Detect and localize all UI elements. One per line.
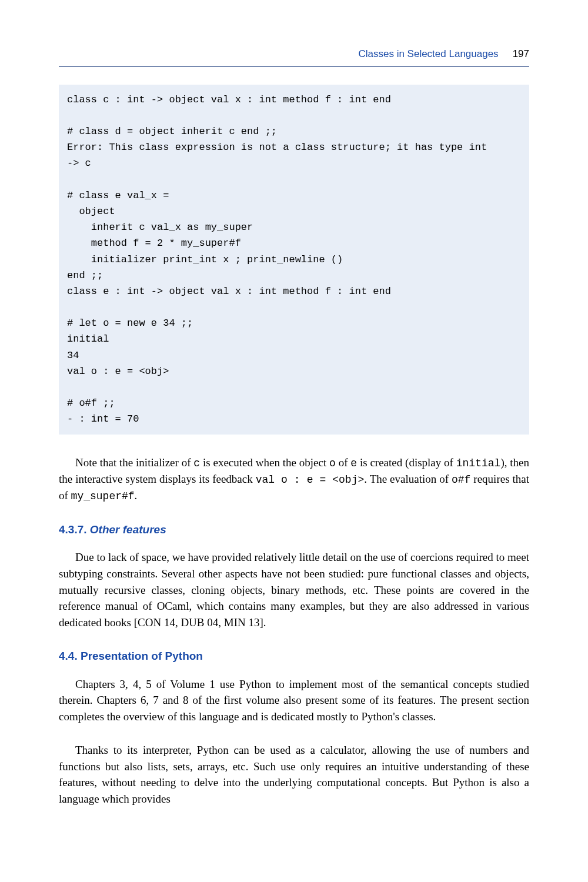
inline-code: e (350, 457, 357, 469)
code-listing: class c : int -> object val x : int meth… (59, 85, 529, 435)
paragraph-python-chapters: Chapters 3, 4, 5 of Volume 1 use Python … (59, 676, 529, 725)
section-heading-44: 4.4. Presentation of Python (59, 648, 529, 664)
inline-code: o (329, 457, 336, 469)
text: is executed when the object (200, 456, 329, 469)
inline-code: my_super#f (71, 490, 135, 502)
section-number: 4.4. (59, 650, 78, 662)
paragraph-python-interpreter: Thanks to its interpreter, Python can be… (59, 742, 529, 807)
text: . The evaluation of (364, 473, 452, 485)
page-header: Classes in Selected Languages 197 (59, 47, 529, 67)
section-title: Other features (90, 523, 166, 536)
text: . (135, 489, 138, 502)
page-number: 197 (513, 47, 529, 62)
text: is created (display of (357, 456, 456, 469)
inline-code: c (193, 457, 200, 469)
text: Note that the initializer of (75, 456, 193, 469)
inline-code: val o : e = <obj> (256, 474, 365, 486)
section-title: Presentation of Python (81, 650, 203, 662)
section-number: 4.3.7. (59, 523, 87, 536)
inline-code: o#f (452, 474, 470, 486)
inline-code: initial (456, 457, 501, 469)
paragraph-note-initializer: Note that the initializer of c is execut… (59, 455, 529, 504)
paragraph-other-features: Due to lack of space, we have provided r… (59, 549, 529, 630)
section-heading-437: 4.3.7. Other features (59, 522, 529, 538)
running-title: Classes in Selected Languages (358, 47, 498, 62)
text: of (336, 456, 350, 469)
